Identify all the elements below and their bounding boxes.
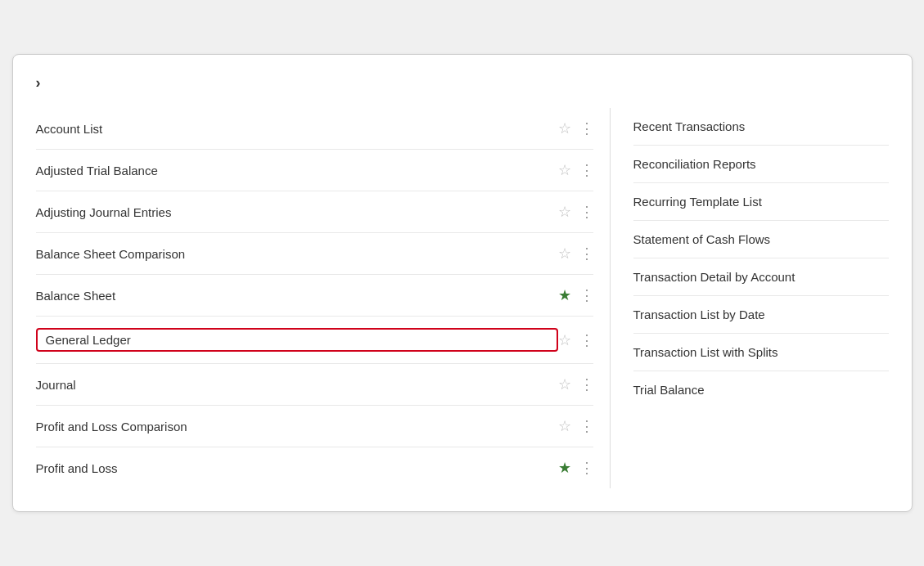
list-item[interactable]: Adjusting Journal Entries☆⋮ bbox=[36, 191, 593, 233]
star-icon[interactable]: ☆ bbox=[558, 245, 571, 263]
star-icon[interactable]: ☆ bbox=[558, 417, 571, 435]
chevron-right-icon[interactable]: › bbox=[36, 74, 41, 92]
list-item[interactable]: Balance Sheet★⋮ bbox=[36, 275, 593, 317]
right-column: Recent TransactionsReconciliation Report… bbox=[611, 108, 889, 488]
left-column: Account List☆⋮Adjusted Trial Balance☆⋮Ad… bbox=[36, 108, 611, 488]
more-icon[interactable]: ⋮ bbox=[579, 417, 593, 435]
more-icon[interactable]: ⋮ bbox=[579, 331, 593, 349]
star-icon[interactable]: ☆ bbox=[558, 161, 571, 179]
report-name-journal: Journal bbox=[36, 378, 558, 392]
list-item[interactable]: Transaction List by Date bbox=[633, 296, 889, 334]
list-item[interactable]: General Ledger☆⋮ bbox=[36, 317, 593, 364]
more-icon[interactable]: ⋮ bbox=[579, 161, 593, 179]
star-icon[interactable]: ☆ bbox=[558, 331, 571, 349]
more-icon[interactable]: ⋮ bbox=[579, 375, 593, 393]
more-icon[interactable]: ⋮ bbox=[579, 245, 593, 263]
list-item[interactable]: Reconciliation Reports bbox=[633, 146, 889, 183]
star-icon[interactable]: ★ bbox=[558, 459, 571, 477]
more-icon[interactable]: ⋮ bbox=[579, 459, 593, 477]
report-name-profit-and-loss-comparison: Profit and Loss Comparison bbox=[36, 420, 558, 433]
list-item[interactable]: Transaction Detail by Account bbox=[633, 258, 889, 296]
more-icon[interactable]: ⋮ bbox=[579, 286, 593, 304]
list-item[interactable]: Account List☆⋮ bbox=[36, 108, 593, 150]
report-name-profit-and-loss: Profit and Loss bbox=[36, 461, 558, 475]
list-item[interactable]: Statement of Cash Flows bbox=[633, 221, 889, 258]
star-icon[interactable]: ☆ bbox=[558, 119, 571, 137]
main-card: › Account List☆⋮Adjusted Trial Balance☆⋮… bbox=[12, 54, 913, 512]
list-item[interactable]: Balance Sheet Comparison☆⋮ bbox=[36, 233, 593, 275]
list-item[interactable]: Profit and Loss★⋮ bbox=[36, 447, 593, 488]
more-icon[interactable]: ⋮ bbox=[579, 203, 593, 221]
list-item[interactable]: Adjusted Trial Balance☆⋮ bbox=[36, 150, 593, 191]
list-item[interactable]: Recent Transactions bbox=[633, 108, 889, 146]
list-item[interactable]: Trial Balance bbox=[633, 371, 889, 408]
report-name-balance-sheet: Balance Sheet bbox=[36, 289, 558, 303]
report-name-adjusted-trial-balance: Adjusted Trial Balance bbox=[36, 164, 558, 177]
content-area: Account List☆⋮Adjusted Trial Balance☆⋮Ad… bbox=[36, 108, 889, 488]
list-item[interactable]: Transaction List with Splits bbox=[633, 334, 889, 371]
report-name-general-ledger: General Ledger bbox=[36, 328, 558, 352]
list-item[interactable]: Journal☆⋮ bbox=[36, 364, 593, 406]
list-item[interactable]: Recurring Template List bbox=[633, 183, 889, 221]
list-item[interactable]: Profit and Loss Comparison☆⋮ bbox=[36, 406, 593, 447]
star-icon[interactable]: ☆ bbox=[558, 203, 571, 221]
star-icon[interactable]: ☆ bbox=[558, 375, 571, 393]
report-name-balance-sheet-comparison: Balance Sheet Comparison bbox=[36, 247, 558, 261]
report-name-account-list: Account List bbox=[36, 122, 558, 136]
more-icon[interactable]: ⋮ bbox=[579, 119, 593, 137]
report-name-adjusting-journal-entries: Adjusting Journal Entries bbox=[36, 205, 558, 219]
star-icon[interactable]: ★ bbox=[558, 286, 571, 304]
page-header: › bbox=[36, 74, 889, 92]
